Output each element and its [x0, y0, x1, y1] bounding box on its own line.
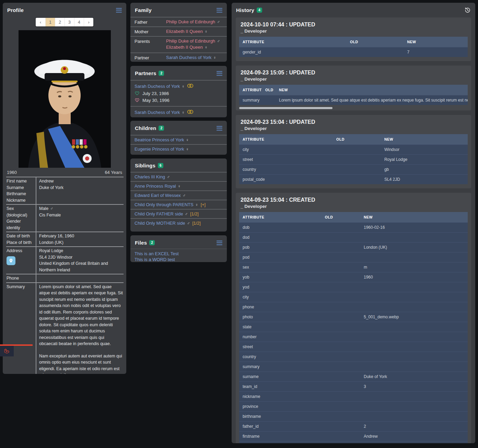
children-menu-icon[interactable] — [217, 125, 222, 131]
table-row: birthname — [239, 411, 468, 421]
files-menu-icon[interactable] — [217, 239, 222, 246]
gender-icon: ♀ — [195, 202, 198, 207]
family-panel: Family Father Philip Duke of Edinburgh♂ … — [130, 3, 227, 62]
pagination-page-3[interactable]: 3 — [65, 18, 74, 26]
pagination-page-4[interactable]: 4 — [74, 18, 84, 26]
mother-link[interactable]: Elizabeth II Queen — [166, 29, 203, 34]
table-row: surname Duke of York — [239, 372, 468, 381]
profile-photo[interactable] — [19, 30, 111, 168]
old-cell — [347, 50, 404, 55]
new-cell: Duke of York — [360, 374, 468, 379]
history-entry: 2024-09-23 15:04 : UPDATED _ Developer A… — [236, 115, 471, 188]
table-row: father_id 2 — [239, 421, 468, 431]
new-cell — [360, 305, 468, 309]
new-cell: London (UK) — [360, 245, 468, 250]
partner-entry-link[interactable]: Sarah Duchess of York — [135, 110, 180, 115]
old-cell — [322, 295, 360, 299]
divorce-date-row: May 30, 1996 — [130, 97, 227, 104]
profile-title: Profile — [7, 7, 24, 13]
file-row: This is a WORD test — [135, 257, 223, 262]
sibling-row: Anne Princess Royal♀ — [130, 181, 227, 190]
history-entry-author: _ Developer — [236, 76, 471, 85]
surname-label: Surname — [7, 185, 35, 191]
old-cell — [333, 157, 381, 162]
siblings-title: Siblings — [135, 163, 155, 168]
attribute-cell: dod — [239, 235, 322, 240]
attribute-cell: photo — [239, 315, 322, 319]
files-count-badge: 2 — [149, 240, 155, 245]
table-row: sex m — [239, 262, 468, 272]
siblings-list: Charles III King♂ Anne Princess Royal♀ E… — [130, 172, 227, 227]
sibling-link[interactable]: Child Only FATHER side — [135, 211, 183, 216]
table-row: dob 1960-02-16 — [239, 222, 468, 232]
old-cell — [322, 325, 360, 329]
summary-group: Summary Lorem ipsum dolor sit amet. Sed … — [6, 283, 124, 374]
child-link[interactable]: Eugenie Princess of York — [135, 146, 184, 152]
child-link[interactable]: Beatrice Princess of York — [135, 137, 184, 142]
partner-entry-link[interactable]: Sarah Duchess of York — [135, 84, 180, 89]
new-cell: m — [360, 265, 468, 270]
partner-link[interactable]: Sarah Duchess of York — [166, 55, 211, 60]
pagination-page-1[interactable]: 1 — [45, 18, 55, 26]
sibling-link[interactable]: Charles III King — [135, 174, 165, 179]
file-link[interactable]: This is an EXCEL Test — [135, 251, 179, 256]
partners-menu-icon[interactable] — [217, 70, 222, 76]
old-cell — [322, 275, 360, 280]
new-cell — [360, 295, 468, 299]
family-menu-icon[interactable] — [217, 7, 222, 13]
new-cell — [360, 394, 468, 399]
horizontal-scrollbar[interactable] — [239, 107, 333, 109]
old-cell — [322, 285, 360, 290]
sibling-link[interactable]: Anne Princess Royal — [135, 184, 176, 189]
marriage-date: January 1, 2005 — [142, 117, 174, 118]
history-restore-icon[interactable] — [464, 7, 471, 13]
profile-menu-icon[interactable] — [116, 7, 122, 13]
attribute-cell: city — [239, 147, 333, 152]
partner-entry: Sarah Duchess of York ♀ January 1, 2005 — [130, 106, 227, 117]
divorce-heart-icon — [135, 98, 140, 103]
new-cell — [360, 334, 468, 339]
pagination-prev-button[interactable]: ‹ — [36, 18, 45, 26]
old-cell — [333, 167, 381, 172]
pagination-next-button[interactable]: › — [84, 18, 93, 26]
history-change-table: ATTRIBUTE OLD NEW summary Lorem ipsum do… — [239, 85, 468, 105]
relation-suffix: [1/2] — [190, 212, 198, 216]
age: 64 Years — [105, 170, 122, 175]
children-count-badge: 2 — [159, 126, 164, 131]
history-entry-author: _ Developer — [236, 28, 471, 37]
old-cell — [322, 334, 360, 339]
pagination-page-2[interactable]: 2 — [55, 18, 65, 26]
father-row: Father Philip Duke of Edinburgh♂ — [130, 17, 227, 26]
parent1-link[interactable]: Philip Duke of Edinburgh — [166, 38, 215, 44]
sibling-link[interactable]: Child Only MOTHER side — [135, 221, 185, 226]
profile-panel: Profile ‹ 1 2 3 4 › — [3, 3, 126, 374]
profile-header: Profile — [3, 3, 126, 17]
phone-label: Phone — [7, 275, 35, 282]
table-row: country gb — [239, 164, 468, 174]
history-count-badge: 4 — [257, 8, 262, 13]
new-cell — [360, 325, 468, 329]
table-row: number — [239, 332, 468, 342]
history-entry-author: _ Developer — [236, 203, 471, 212]
female-icon: ♀ — [205, 45, 208, 50]
phone-group: Phone — [6, 274, 124, 283]
file-link[interactable]: This is a WORD test — [135, 257, 175, 262]
sibling-row: Child Only MOTHER side♂[1/2] — [130, 218, 227, 227]
attribute-cell: street — [239, 157, 333, 162]
divorce-date: May 30, 1996 — [142, 98, 170, 103]
old-cell — [322, 225, 360, 230]
parent2-link[interactable]: Elizabeth II Queen — [166, 45, 203, 50]
table-row: postal_code SL4 2JD — [239, 174, 468, 184]
sibling-link[interactable]: Edward Earl of Wessex — [135, 193, 181, 198]
father-link[interactable]: Philip Duke of Edinburgh — [166, 19, 215, 24]
files-panel: Files 2 This is an EXCEL Test This is a … — [130, 235, 227, 262]
map-pin-button[interactable] — [7, 256, 15, 265]
nickname-value — [39, 197, 123, 204]
table-header-row: ATTRIBUTE OLD NEW — [239, 37, 468, 47]
table-row: pod — [239, 252, 468, 262]
sibling-link[interactable]: Child Only through PARENTS — [135, 202, 194, 207]
debugbar-toggle[interactable] — [0, 344, 33, 356]
new-cell: 5_001_demo.webp — [360, 315, 468, 319]
female-icon: ♀ — [182, 84, 185, 89]
gender-icon: ♂ — [187, 221, 190, 226]
